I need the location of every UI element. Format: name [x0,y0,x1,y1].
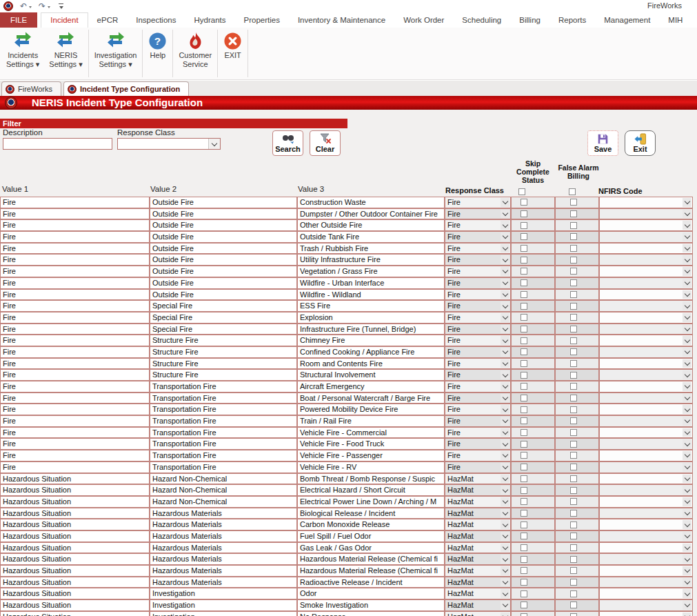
value1-cell[interactable]: Fire [0,369,150,381]
value2-cell[interactable]: Hazardous Materials [150,508,297,519]
chevron-down-icon[interactable] [683,232,691,241]
chevron-down-icon[interactable] [683,348,691,357]
false-alarm-billing-checkbox[interactable] [570,510,577,517]
value2-cell[interactable]: Investigation [150,588,297,599]
skip-complete-status-checkbox[interactable] [521,452,527,459]
value2-cell[interactable]: Transportation Fire [150,438,297,450]
value2-cell[interactable]: Transportation Fire [150,381,297,393]
ribbon-tab-properties[interactable]: Properties [234,12,288,28]
response-class-select[interactable]: Fire [445,231,511,243]
false-alarm-billing-checkbox[interactable] [570,602,577,608]
response-class-select[interactable]: Fire [445,427,511,439]
false-alarm-billing-checkbox[interactable] [570,613,577,616]
value2-cell[interactable]: Transportation Fire [150,393,297,404]
save-button[interactable]: Save [587,130,618,156]
response-class-select[interactable]: Fire [445,219,511,231]
chevron-down-icon[interactable] [501,336,509,345]
response-class-select[interactable]: Fire [445,461,511,473]
chevron-down-icon[interactable] [683,267,691,276]
false-alarm-billing-checkbox[interactable] [570,475,577,482]
false-alarm-billing-checkbox[interactable] [570,291,577,298]
value2-cell[interactable]: Outside Fire [150,266,297,277]
nfirs-code-select[interactable] [599,577,693,588]
value3-cell[interactable]: Explosion [297,312,445,324]
nfirs-code-select[interactable] [599,231,693,243]
nfirs-code-select[interactable] [599,324,693,335]
chevron-down-icon[interactable] [501,313,509,322]
nfirs-code-select[interactable] [599,277,693,289]
false-alarm-billing-checkbox[interactable] [570,279,577,286]
skip-complete-status-checkbox[interactable] [521,464,527,470]
response-class-select[interactable]: Fire [445,450,511,461]
chevron-down-icon[interactable] [501,497,509,506]
value1-cell[interactable]: Fire [0,381,150,393]
nfirs-code-select[interactable] [599,346,693,358]
false-alarm-billing-checkbox[interactable] [570,498,577,505]
value2-cell[interactable]: Hazardous Materials [150,565,297,577]
chevron-down-icon[interactable] [501,486,509,495]
ribbon-tab-management[interactable]: Management [595,12,659,28]
nfirs-code-select[interactable] [599,369,693,381]
exit-button[interactable]: EXIT [219,28,247,79]
chevron-down-icon[interactable] [683,439,691,448]
chevron-down-icon[interactable] [501,279,509,288]
response-class-select[interactable]: HazMat [445,565,511,577]
nfirs-code-select[interactable] [599,553,693,565]
chevron-down-icon[interactable] [683,417,691,426]
value1-cell[interactable]: Hazardous Situation [0,508,150,519]
value1-cell[interactable]: Fire [0,450,150,461]
ribbon-tab-hydrants[interactable]: Hydrants [185,12,234,28]
false-alarm-billing-checkbox[interactable] [570,441,577,448]
value3-cell[interactable]: Aircraft Emergency [297,381,445,393]
value1-cell[interactable]: Fire [0,231,150,243]
skip-complete-status-checkbox[interactable] [521,602,527,608]
nfirs-code-select[interactable] [599,450,693,461]
chevron-down-icon[interactable] [501,601,509,610]
nfirs-code-select[interactable] [599,219,693,231]
false-alarm-billing-checkbox[interactable] [570,395,577,401]
value1-cell[interactable]: Fire [0,197,150,208]
chevron-down-icon[interactable] [683,601,691,610]
chevron-down-icon[interactable] [501,451,509,460]
chevron-down-icon[interactable] [683,544,691,553]
skip-complete-status-checkbox[interactable] [521,303,527,310]
chevron-down-icon[interactable] [683,566,691,575]
false-alarm-billing-checkbox[interactable] [570,210,577,217]
value2-cell[interactable]: Hazardous Materials [150,577,297,588]
skip-complete-status-checkbox[interactable] [521,372,527,379]
false-alarm-billing-checkbox[interactable] [570,417,577,424]
response-class-select[interactable]: Fire [445,197,511,208]
false-alarm-billing-checkbox[interactable] [570,464,577,470]
value1-cell[interactable]: Hazardous Situation [0,577,150,588]
search-button[interactable]: Search [272,130,303,156]
false-alarm-billing-checkbox[interactable] [570,314,577,321]
chevron-down-icon[interactable] [501,417,509,426]
value3-cell[interactable]: Chimney Fire [297,335,445,346]
chevron-down-icon[interactable] [683,221,691,230]
value3-cell[interactable]: Vehicle Fire - Food Truck [297,438,445,450]
value2-cell[interactable]: Hazardous Materials [150,519,297,530]
ribbon-tab-inspections[interactable]: Inspections [127,12,185,28]
value3-cell[interactable]: Powered Mobility Device Fire [297,404,445,415]
chevron-down-icon[interactable] [683,475,691,484]
false-alarm-billing-checkbox[interactable] [570,326,577,332]
chevron-down-icon[interactable] [683,394,691,403]
value1-cell[interactable]: Fire [0,312,150,324]
value2-cell[interactable]: Hazard Non-Chemical [150,496,297,508]
chevron-down-icon[interactable] [208,139,220,149]
value3-cell[interactable]: Electrical Power Line Down / Arching / M [297,496,445,508]
value3-cell[interactable]: Train / Rail Fire [297,415,445,427]
chevron-down-icon[interactable] [501,359,509,368]
nfirs-code-select[interactable] [599,508,693,519]
chevron-down-icon[interactable] [501,290,509,299]
skip-complete-status-checkbox[interactable] [521,510,527,517]
ribbon-tab-file[interactable]: FILE [0,12,37,28]
skip-complete-status-header-checkbox[interactable] [518,188,525,195]
false-alarm-billing-checkbox[interactable] [570,222,577,229]
response-class-filter-select[interactable] [117,138,221,150]
chevron-down-icon[interactable] [501,370,509,379]
false-alarm-billing-checkbox[interactable] [570,303,577,310]
value1-cell[interactable]: Fire [0,219,150,231]
value1-cell[interactable]: Fire [0,461,150,473]
ribbon-tab-inventory-maintenance[interactable]: Inventory & Maintenance [289,12,394,28]
